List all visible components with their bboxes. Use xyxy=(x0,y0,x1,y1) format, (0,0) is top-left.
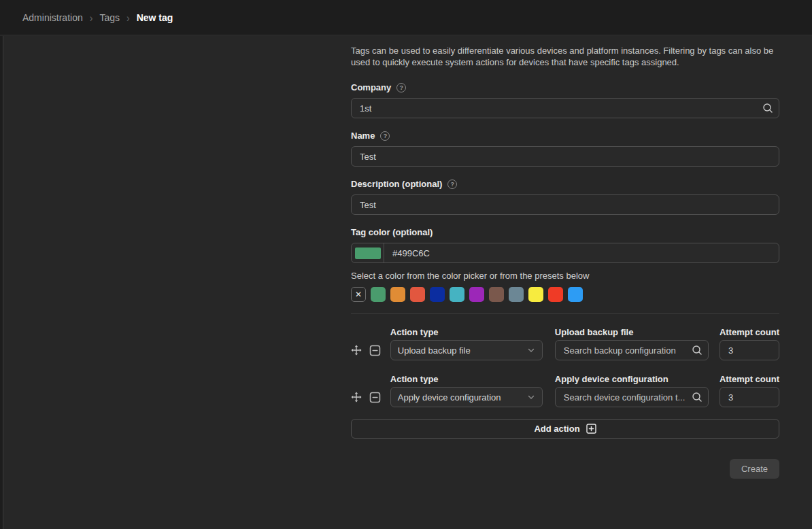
new-tag-form: Tags can be used to easily differentiate… xyxy=(351,35,779,479)
color-preset-purple[interactable] xyxy=(469,287,484,302)
action-type-select[interactable]: Upload backup file xyxy=(390,340,543,360)
remove-action-icon[interactable] xyxy=(369,345,381,356)
target-label: Apply device configuration xyxy=(555,374,709,383)
chevron-right-icon: › xyxy=(126,11,130,24)
company-label: Company xyxy=(351,82,391,92)
section-divider xyxy=(351,313,779,314)
clear-color-button[interactable]: ✕ xyxy=(351,287,366,302)
company-input[interactable] xyxy=(351,98,779,118)
color-preset-row: ✕ xyxy=(351,287,779,302)
help-icon[interactable]: ? xyxy=(447,180,457,189)
tag-color-swatch xyxy=(355,248,381,259)
remove-action-icon[interactable] xyxy=(369,392,381,403)
create-button[interactable]: Create xyxy=(730,459,779,479)
description-field-group: Description (optional) ? xyxy=(351,179,779,215)
color-picker-swatch[interactable] xyxy=(352,243,384,262)
color-picker-hint: Select a color from the color picker or … xyxy=(351,271,779,281)
name-input[interactable] xyxy=(351,146,779,167)
name-label: Name xyxy=(351,131,375,141)
collapsed-sidebar xyxy=(0,36,3,529)
close-icon: ✕ xyxy=(355,290,362,299)
tag-color-hex-input[interactable] xyxy=(384,243,779,262)
color-preset-green[interactable] xyxy=(371,287,386,302)
breadcrumb-item-new-tag: New tag xyxy=(137,12,173,23)
attempt-count-label: Attempt count xyxy=(720,374,779,383)
description-label: Description (optional) xyxy=(351,179,442,189)
plus-square-icon xyxy=(586,424,596,434)
action-type-value: Apply device configuration xyxy=(398,392,501,403)
color-preset-brown[interactable] xyxy=(489,287,504,302)
action-type-value: Upload backup file xyxy=(398,345,471,356)
color-preset-red[interactable] xyxy=(548,287,563,302)
name-field-group: Name ? xyxy=(351,131,779,167)
search-icon[interactable] xyxy=(692,392,703,403)
add-action-button[interactable]: Add action xyxy=(351,419,779,439)
action-type-label: Action type xyxy=(390,327,543,336)
target-label: Upload backup file xyxy=(555,327,709,336)
help-icon[interactable]: ? xyxy=(380,131,390,141)
color-preset-slate[interactable] xyxy=(509,287,524,302)
search-icon[interactable] xyxy=(762,103,773,114)
action-row: Action type Upload backup file Upload ba… xyxy=(351,327,779,360)
action-type-select[interactable]: Apply device configuration xyxy=(390,387,543,407)
breadcrumb-item-administration[interactable]: Administration xyxy=(22,12,83,23)
drag-handle-icon[interactable] xyxy=(351,392,362,403)
color-preset-orange[interactable] xyxy=(390,287,405,302)
chevron-down-icon xyxy=(527,393,535,401)
tag-color-field-group: Tag color (optional) xyxy=(351,227,779,263)
chevron-right-icon: › xyxy=(90,11,93,24)
color-preset-teal[interactable] xyxy=(450,287,464,302)
intro-text: Tags can be used to easily differentiate… xyxy=(351,45,779,68)
action-row: Action type Apply device configuration A… xyxy=(351,374,779,407)
chevron-down-icon xyxy=(527,346,535,354)
help-icon[interactable]: ? xyxy=(396,83,406,92)
color-preset-navy[interactable] xyxy=(430,287,445,302)
attempt-count-input[interactable] xyxy=(720,340,779,360)
backup-configuration-search-input[interactable] xyxy=(555,340,709,360)
company-field-group: Company ? xyxy=(351,82,779,118)
device-configuration-search-input[interactable] xyxy=(555,387,709,407)
description-input[interactable] xyxy=(351,194,779,215)
tag-color-label: Tag color (optional) xyxy=(351,227,433,237)
attempt-count-input[interactable] xyxy=(720,387,779,407)
drag-handle-icon[interactable] xyxy=(351,345,362,356)
breadcrumb-item-tags[interactable]: Tags xyxy=(99,12,120,23)
color-preset-yellow[interactable] xyxy=(528,287,543,302)
attempt-count-label: Attempt count xyxy=(720,327,779,336)
breadcrumb: Administration › Tags › New tag xyxy=(0,0,812,35)
color-preset-salmon[interactable] xyxy=(410,287,425,302)
color-preset-blue[interactable] xyxy=(568,287,583,302)
search-icon[interactable] xyxy=(692,345,703,356)
add-action-label: Add action xyxy=(534,424,579,434)
action-type-label: Action type xyxy=(390,374,543,383)
